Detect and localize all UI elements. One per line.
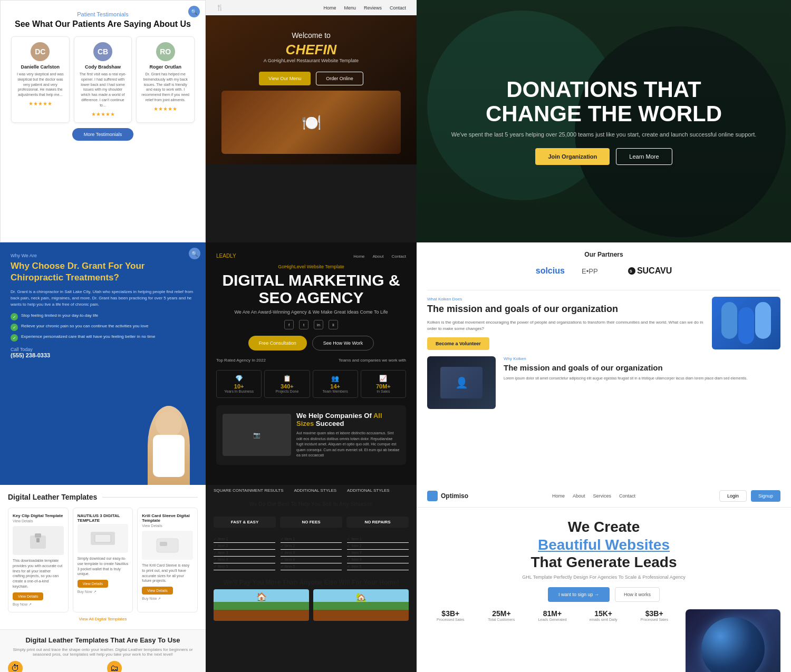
- leather-card-btn-3[interactable]: View Details: [142, 587, 172, 595]
- chiro-doctor-image: [137, 390, 200, 485]
- optimiso-nav-links: Home About Services Contact: [552, 493, 635, 499]
- svg-rect-7: [95, 534, 111, 542]
- re-col-1: ✓ Item 1 ✓ Item 2 ✓ Item 3 ✓ Item 4 ✓ It…: [214, 536, 275, 570]
- how-we-work-button[interactable]: See How We Work: [312, 336, 374, 350]
- re-header-2: ADDITIONAL STYLES: [294, 488, 336, 493]
- signup-cta-button[interactable]: I want to sign up →: [548, 587, 610, 602]
- leather-divider-line: [102, 497, 198, 498]
- wc-stat-num-4: 15K+: [580, 609, 627, 618]
- re-fast-easy: FAST & EASY: [214, 517, 276, 528]
- globe-image: [686, 609, 780, 672]
- wc-stat-3: 81M+ Leads Generated: [529, 609, 576, 621]
- mission-team-image: [712, 297, 780, 349]
- testimonial-text-1: I was very skeptical and was skeptical b…: [16, 72, 65, 98]
- marketing-nav-home[interactable]: Home: [353, 254, 364, 259]
- join-organization-button[interactable]: Join Organization: [535, 148, 610, 165]
- wc-stat-num-5: $3B+: [631, 609, 678, 618]
- realestate-panel: SQUARE CONTAINMENT RESULTS ADDITIONAL ST…: [206, 485, 417, 672]
- leather-card-3: Krill Card Sleeve Digital Template View …: [137, 508, 198, 612]
- view-all-templates-link[interactable]: View All Digital Templates: [8, 617, 198, 621]
- chefin-menu-button[interactable]: View Our Menu: [259, 72, 311, 85]
- re-list: ✓ Item 1 ✓ Item 2 ✓ Item 3 ✓ Item 4 ✓ It…: [206, 532, 417, 574]
- chiro-panel: 🔍 Why We Are Why Choose Dr. Grant For Yo…: [0, 242, 206, 485]
- consultation-button[interactable]: Free Consultation: [248, 336, 307, 350]
- leather-cards: Key Clip Digital Template View Details T…: [8, 508, 198, 612]
- how-it-works-button[interactable]: How it works: [615, 587, 660, 602]
- leather-price-1: Buy Now ↗: [13, 602, 64, 607]
- chefin-nav-contact[interactable]: Contact: [390, 5, 406, 11]
- re-house-images: 🏠 🏡: [214, 589, 409, 621]
- instagram-icon[interactable]: in: [314, 320, 323, 329]
- mission2-section: 👤 Why Kolken The mission and goals of ou…: [417, 356, 791, 409]
- re-item-1-1: ✓ Item 1: [214, 536, 275, 543]
- check-icon-2: ✓: [11, 324, 18, 331]
- svg-text:Ε•ΡΡ: Ε•ΡΡ: [582, 267, 598, 275]
- opt-nav-services[interactable]: Services: [593, 493, 611, 499]
- choose-icon: 🗂: [107, 661, 122, 672]
- chiro-cta-label: Call Today: [11, 347, 195, 352]
- leather-card-title-2: NAUTILUS 3 DIGITAL TEMPLATE: [78, 513, 129, 523]
- opt-nav-home[interactable]: Home: [552, 493, 565, 499]
- mission-title: The mission and goals of our organizatio…: [427, 304, 704, 315]
- re-item-2-4: ✓ Item 4: [281, 557, 342, 563]
- re-no-fees: NO FEES: [280, 517, 342, 528]
- leather-card-text-1: This downloadable template provides you …: [13, 558, 64, 589]
- login-button[interactable]: Login: [719, 490, 747, 502]
- marketing-stats: 💎 10+ Years In Business 📋 340+ Projects …: [216, 370, 406, 398]
- svg-rect-8: [157, 539, 178, 552]
- stat-members: 👥 14+ Team Members: [313, 370, 358, 398]
- linkedin-icon[interactable]: li: [329, 320, 338, 329]
- leather-img-2: [78, 524, 129, 553]
- chefin-nav-home[interactable]: Home: [323, 5, 336, 11]
- leather-card-1: Key Clip Digital Template View Details T…: [8, 508, 69, 612]
- companies-title: We Help Companies Of All Sizes Succeed: [296, 412, 400, 427]
- marketing-nav-contact[interactable]: Contact: [391, 254, 406, 259]
- chiro-search-icon[interactable]: 🔍: [189, 248, 200, 259]
- opt-nav-about[interactable]: About: [573, 493, 585, 499]
- chiro-title: Why Choose Dr. Grant For Your Chiropract…: [11, 260, 195, 284]
- partners-section: Our Partners solcius Ε•ΡΡ S SUCAVU: [417, 242, 791, 290]
- globe-sphere: [701, 617, 765, 672]
- testimonial-name-3: Roger Orutlan: [141, 64, 190, 70]
- svg-text:S: S: [630, 269, 632, 273]
- signup-button[interactable]: Signup: [751, 490, 780, 502]
- marketing-buttons: Free Consultation See How We Work: [216, 336, 406, 350]
- chefin-nav: 🍴 Home Menu Reviews Contact: [206, 0, 417, 15]
- svg-rect-4: [35, 533, 41, 538]
- search-icon[interactable]: 🔍: [188, 6, 200, 17]
- chiro-check-2: ✓ Relieve your chronic pain so you can c…: [11, 324, 195, 331]
- leather-card-btn-1[interactable]: View Details: [13, 592, 43, 600]
- re-header-1: SQUARE CONTAINMENT RESULTS: [214, 488, 283, 493]
- projects-icon: 📋: [267, 375, 307, 382]
- leather-bottom: Digital Leather Templates That Are Easy …: [0, 629, 206, 672]
- marketing-subtitle: We Are An Award-Winning Agency & We Make…: [216, 309, 406, 315]
- chiro-check-text-3: Experience personalized care that will h…: [21, 334, 155, 339]
- chefin-order-button[interactable]: Order Online: [316, 72, 363, 85]
- opt-nav-contact[interactable]: Contact: [619, 493, 635, 499]
- optimiso-logo-icon: [427, 491, 438, 501]
- stat-projects-num: 340+: [267, 383, 307, 389]
- donations-buttons: Join Organization Learn More: [535, 148, 672, 165]
- twitter-icon[interactable]: t: [299, 320, 308, 329]
- learn-more-button[interactable]: Learn More: [616, 148, 672, 165]
- more-testimonials-button[interactable]: More Testimonials: [72, 128, 133, 141]
- marketing-nav-about[interactable]: About: [373, 254, 384, 259]
- chiro-body: Dr. Grant is a chiropractor in Salt Lake…: [11, 289, 195, 308]
- testimonial-card-3: RO Roger Orutlan Dr. Grant has helped me…: [136, 36, 195, 123]
- leather-card-sub-3: View Details: [142, 524, 193, 528]
- chefin-nav-reviews[interactable]: Reviews: [364, 5, 382, 11]
- facebook-icon[interactable]: f: [284, 320, 294, 329]
- chefin-nav-menu[interactable]: Menu: [344, 5, 356, 11]
- mission-text: What Kolken Does The mission and goals o…: [427, 297, 704, 350]
- stat-members-num: 14+: [315, 383, 355, 389]
- volunteer-button[interactable]: Become a Volunteer: [427, 337, 489, 350]
- leather-card-btn-2[interactable]: View Details: [78, 580, 108, 588]
- marketing-nav: Home About Contact: [353, 254, 406, 259]
- chiro-label: Why We Are: [11, 253, 195, 258]
- wc-stat-num-1: $3B+: [427, 609, 474, 618]
- mission2-text: Why Kolken The mission and goals of our …: [504, 356, 780, 382]
- re-bottom-title: We'll Pay You More Than Anyone Else Will…: [214, 579, 409, 586]
- wc-stat-2: 25M+ Total Customers: [478, 609, 525, 621]
- wecreate-stats: $3B+ Processed Sales 25M+ Total Customer…: [427, 609, 678, 621]
- wecreate-buttons: I want to sign up → How it works: [427, 587, 780, 602]
